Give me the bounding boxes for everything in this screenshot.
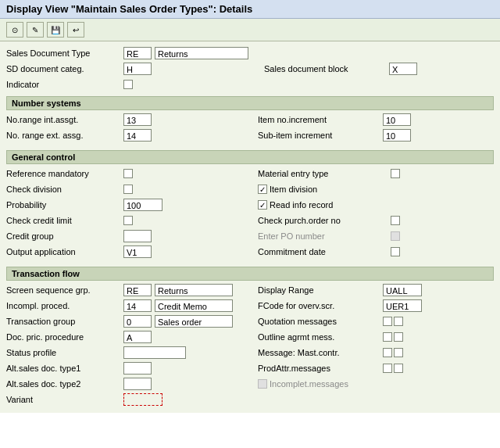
message-mast-cb2[interactable] — [394, 348, 403, 357]
ref-mandatory-checkbox[interactable] — [123, 169, 133, 178]
edit-btn[interactable]: ✎ — [27, 22, 44, 38]
message-mast-cb1[interactable] — [383, 348, 392, 357]
screen-seq-label: Screen sequence grp. — [6, 285, 123, 295]
title-text: Display View "Maintain Sales Order Types… — [6, 3, 252, 15]
incompl-proced-label: Incompl. proced. — [6, 301, 123, 310]
quotation-msg-cb2[interactable] — [394, 317, 403, 326]
check-division-checkbox[interactable] — [123, 185, 133, 194]
display-btn[interactable]: ⊙ — [6, 22, 23, 38]
section-general-control: General control — [6, 150, 494, 164]
incomplet-msg-checkbox — [258, 379, 267, 389]
item-division-checkbox[interactable] — [258, 185, 267, 194]
alt-sales-2-label: Alt.sales doc. type2 — [6, 379, 123, 389]
variant-dashed — [123, 393, 162, 406]
prod-attr-label: ProdAttr.messages — [258, 364, 383, 373]
no-range-ext-value: 14 — [123, 129, 152, 142]
sd-doc-categ-label: SD document categ. — [6, 64, 123, 73]
toolbar: ⊙ ✎ 💾 ↩ — [0, 19, 500, 41]
check-credit-label: Check credit limit — [6, 216, 123, 225]
material-entry-label: Material entry type — [258, 169, 391, 178]
probability-label: Probability — [6, 200, 123, 210]
item-no-incr-value: 10 — [383, 113, 411, 126]
section-transaction-flow: Transaction flow — [6, 267, 494, 281]
item-no-incr-label: Item no.increment — [258, 115, 383, 124]
alt-sales-2-value — [123, 378, 152, 390]
sales-doc-block-label: Sales document block — [264, 64, 389, 73]
outline-agrmt-cb2[interactable] — [394, 332, 403, 342]
message-mast-label: Message: Mast.contr. — [258, 348, 383, 357]
status-profile-value — [123, 346, 186, 359]
quotation-msg-label: Quotation messages — [258, 317, 383, 326]
sales-doc-block-value: X — [389, 63, 417, 75]
material-entry-checkbox[interactable] — [391, 169, 400, 178]
read-info-checkbox[interactable] — [258, 200, 267, 210]
check-purch-checkbox[interactable] — [391, 216, 400, 225]
prod-attr-cb1[interactable] — [383, 364, 392, 373]
prod-attr-cb2[interactable] — [394, 364, 403, 373]
sales-doc-type-label: Sales Document Type — [6, 48, 123, 58]
sub-item-incr-label: Sub-item increment — [258, 131, 383, 140]
sub-item-incr-value: 10 — [383, 129, 411, 142]
display-range-label: Display Range — [258, 285, 383, 295]
screen-seq-name: Returns — [155, 284, 233, 296]
commitment-date-checkbox[interactable] — [391, 247, 400, 256]
fcode-value: UER1 — [383, 299, 422, 312]
quotation-msg-cb1[interactable] — [383, 317, 392, 326]
outline-agrmt-label: Outline agrmt mess. — [258, 332, 383, 342]
no-range-int-label: No.range int.assgt. — [6, 115, 123, 124]
fcode-label: FCode for overv.scr. — [258, 301, 383, 310]
alt-sales-1-label: Alt.sales doc. type1 — [6, 364, 123, 373]
section-number-systems: Number systems — [6, 96, 494, 110]
read-info-label: Read info record — [270, 200, 333, 210]
commitment-date-label: Commitment date — [258, 247, 391, 256]
transaction-grp-label: Transaction group — [6, 317, 123, 326]
outline-agrmt-cb1[interactable] — [383, 332, 392, 342]
check-division-label: Check division — [6, 185, 123, 194]
probability-value: 100 — [123, 199, 162, 211]
save-btn[interactable]: 💾 — [47, 22, 64, 38]
sales-doc-type-value: RE — [123, 47, 152, 59]
check-purch-label: Check purch.order no — [258, 216, 391, 225]
sd-doc-categ-value: H — [123, 63, 152, 75]
doc-pric-value: A — [123, 331, 152, 343]
credit-group-value — [123, 230, 152, 242]
output-app-label: Output application — [6, 247, 123, 256]
enter-po-checkbox — [391, 231, 400, 241]
sales-doc-type-name: Returns — [155, 47, 248, 59]
display-range-value: UALL — [383, 284, 422, 296]
check-credit-checkbox[interactable] — [123, 216, 133, 225]
status-profile-label: Status profile — [6, 348, 123, 357]
transaction-grp-name: Sales order — [155, 315, 233, 328]
indicator-label: Indicator — [6, 80, 123, 89]
title-bar: Display View "Maintain Sales Order Types… — [0, 0, 500, 19]
incompl-proced-value: 14 — [123, 299, 152, 312]
ref-mandatory-label: Reference mandatory — [6, 169, 123, 178]
doc-pric-label: Doc. pric. procedure — [6, 332, 123, 342]
incomplet-msg-label: Incomplet.messages — [270, 379, 348, 389]
item-division-label: Item division — [270, 185, 317, 194]
no-range-int-value: 13 — [123, 113, 152, 126]
indicator-checkbox[interactable] — [123, 80, 133, 89]
incompl-proced-name: Credit Memo — [155, 299, 233, 312]
output-app-value: V1 — [123, 246, 152, 258]
screen-seq-value: RE — [123, 284, 152, 296]
transaction-grp-value: 0 — [123, 315, 152, 328]
credit-group-label: Credit group — [6, 231, 123, 241]
back-btn[interactable]: ↩ — [67, 22, 84, 38]
alt-sales-1-value — [123, 362, 152, 375]
enter-po-label: Enter PO number — [258, 231, 391, 241]
no-range-ext-label: No. range ext. assg. — [6, 131, 123, 140]
variant-label: Variant — [6, 395, 123, 404]
